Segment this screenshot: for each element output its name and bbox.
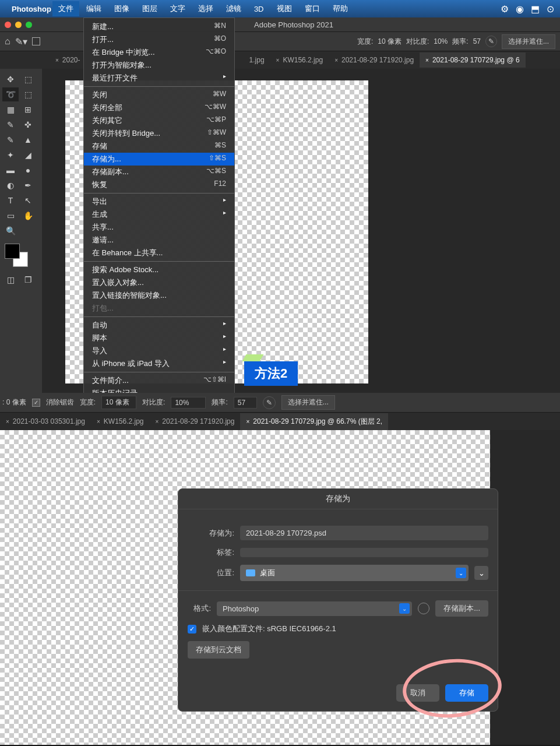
arrange-icon[interactable]: ⬒ [531,3,540,15]
menu-edit[interactable]: 编辑 [80,1,107,16]
eyedropper-tool-icon[interactable]: ✎ [2,118,19,132]
search-icon[interactable]: ⊙ [547,3,554,15]
tab-doc[interactable]: ×2020- [50,52,86,68]
menu-savecopy[interactable]: 存储副本...⌥⌘S [84,166,234,178]
format-select[interactable]: Photoshop ⌄ [217,601,412,616]
select-mask-button[interactable]: 选择并遮住... [502,34,555,49]
crop-tool-icon[interactable]: ▦ [2,103,19,117]
menu-image[interactable]: 图像 [108,1,135,16]
select-mask-button[interactable]: 选择并遮住... [281,395,335,410]
menu-import[interactable]: 导入 [84,344,234,357]
tab-doc-active[interactable]: ×2021-08-29 170729.jpg @ 6 [420,52,525,68]
menu-select[interactable]: 选择 [192,1,219,16]
tags-input[interactable] [240,548,488,557]
selection-mode-icon[interactable] [32,37,40,45]
path-tool-icon[interactable]: ↖ [20,193,36,207]
menu-recent[interactable]: 最近打开文件 [84,72,234,85]
menu-saveas[interactable]: 存储为...⇧⌘S [84,153,234,166]
width-input[interactable]: 10 像素 [101,396,136,409]
menu-help[interactable]: 帮助 [327,1,354,16]
blur-tool-icon[interactable]: ● [20,163,36,177]
menu-smartobj[interactable]: 打开为智能对象... [84,59,234,72]
home-icon[interactable]: ⌂ [5,36,10,47]
location-select[interactable]: 桌面 ⌄ [240,565,469,581]
menu-generate[interactable]: 生成 [84,208,234,221]
contrast-input[interactable]: 10% [171,397,206,409]
tab-doc[interactable]: ×2021-08-29 171920.jpg [329,52,420,68]
menu-export[interactable]: 导出 [84,195,234,208]
cloud-save-button[interactable]: 存储到云文档 [188,641,249,659]
menu-3d[interactable]: 3D [248,2,270,16]
filename-input[interactable]: 2021-08-29 170729.psd [240,526,488,540]
menu-fileinfo[interactable]: 文件简介...⌥⇧⌘I [84,374,234,387]
heal-tool-icon[interactable]: ✜ [20,118,36,132]
contrast-value[interactable]: 10% [434,37,448,45]
menu-layer[interactable]: 图层 [136,1,163,16]
tab-doc[interactable]: ×2021-08-29 171920.jpg [150,414,241,429]
menu-invite[interactable]: 邀请... [84,234,234,247]
menu-text[interactable]: 文字 [164,1,191,16]
menu-save[interactable]: 存储⌘S [84,140,234,153]
cc-icon[interactable]: ⚙ [501,3,509,15]
history-brush-icon[interactable]: ✦ [2,148,19,162]
menu-auto[interactable]: 自动 [84,319,234,332]
freq-value[interactable]: 57 [473,37,481,45]
menu-scripts[interactable]: 脚本 [84,332,234,344]
eraser-tool-icon[interactable]: ◢ [20,148,36,162]
pen-tool-icon[interactable]: ✒ [20,178,36,192]
marquee-tool-icon[interactable]: ⬚ [20,72,36,86]
menu-revert[interactable]: 恢复F12 [84,178,234,191]
tab-doc[interactable]: ×KW156.2.jpg [91,414,150,429]
minimize-window-icon[interactable] [15,22,22,28]
hand-tool-icon[interactable]: ✋ [20,209,36,223]
pen-pressure-icon[interactable]: ✎ [485,36,497,47]
maximize-window-icon[interactable] [26,22,32,28]
move-tool-icon[interactable]: ✥ [2,72,19,86]
menu-placeembed[interactable]: 置入嵌入对象... [84,276,234,289]
screenmode-icon[interactable]: ❐ [20,273,36,287]
antialias-checkbox[interactable]: ✓ [32,399,40,407]
menu-iphone[interactable]: 从 iPhone 或 iPad 导入 [84,357,234,370]
menu-new[interactable]: 新建...⌘N [84,20,234,33]
menu-closeother[interactable]: 关闭其它⌥⌘P [84,114,234,127]
menu-closeall[interactable]: 关闭全部⌥⌘W [84,101,234,114]
stamp-tool-icon[interactable]: ▲ [20,133,36,147]
freq-input[interactable]: 57 [234,397,257,409]
menu-stock[interactable]: 搜索 Adobe Stock... [84,263,234,276]
dodge-tool-icon[interactable]: ◐ [2,178,19,192]
menu-bridge[interactable]: 在 Bridge 中浏览...⌥⌘O [84,46,234,59]
canvas-2[interactable]: 存储为 存储为: 2021-08-29 170729.psd 标签: 位置: 桌… [0,430,490,745]
type-tool-icon[interactable]: T [2,193,19,207]
lasso-tool-icon[interactable]: ➰ [2,87,19,101]
menu-view[interactable]: 视图 [271,1,298,16]
pen-pressure-icon[interactable]: ✎ [263,396,276,409]
fg-color[interactable] [5,244,20,259]
color-swatch[interactable] [5,244,28,267]
frame-tool-icon[interactable]: ⊞ [20,103,36,117]
embed-checkbox[interactable]: ✓ [188,625,196,634]
quickmask-icon[interactable]: ◫ [2,273,19,287]
save-copy-button[interactable]: 存储副本... [435,600,488,617]
menu-file[interactable]: 文件 [52,1,79,16]
tool-preset-icon[interactable]: ✎▾ [15,36,27,47]
menu-placelink[interactable]: 置入链接的智能对象... [84,289,234,302]
app-name[interactable]: Photoshop [12,5,51,13]
menu-behance[interactable]: 在 Behance 上共享... [84,247,234,259]
tab-doc[interactable]: ×2021-03-03 035301.jpg [0,414,91,429]
menu-filter[interactable]: 滤镜 [220,1,247,16]
cancel-button[interactable]: 取消 [396,684,439,702]
save-button[interactable]: 存储 [445,684,488,702]
menu-closebridge[interactable]: 关闭并转到 Bridge...⇧⌘W [84,127,234,140]
dropdown-icon[interactable]: ⌄ [456,568,466,578]
close-window-icon[interactable] [5,22,11,28]
wand-tool-icon[interactable]: ⬚ [20,87,36,101]
menu-close[interactable]: 关闭⌘W [84,89,234,101]
expand-button[interactable]: ⌄ [474,566,488,580]
zoom-tool-icon[interactable]: 🔍 [2,224,19,238]
gradient-tool-icon[interactable]: ▬ [2,163,19,177]
dropdown-icon[interactable]: ⌄ [399,603,410,614]
tab-doc-active[interactable]: ×2021-08-29 170729.jpg @ 66.7% (图层 2, [240,413,388,430]
menu-share[interactable]: 共享... [84,221,234,234]
brush-tool-icon[interactable]: ✎ [2,133,19,147]
tab-doc[interactable]: 1.jpg [244,52,270,68]
